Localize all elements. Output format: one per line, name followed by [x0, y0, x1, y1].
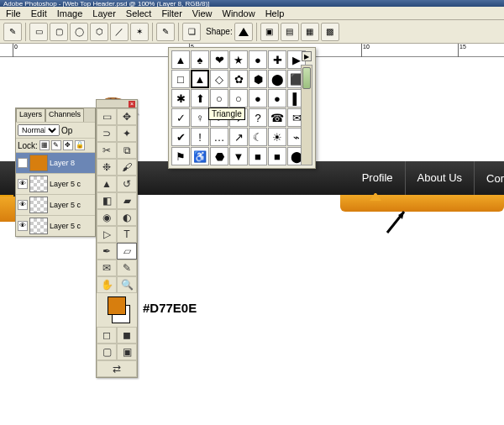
brush-tool-icon[interactable]: 🖌 — [117, 159, 137, 176]
layers-panel[interactable]: Layers Channels Normal Op Lock: ▦ ✎ ✥ 🔒 … — [15, 108, 96, 237]
shape-cell[interactable]: □ — [171, 70, 190, 88]
blend-mode-select[interactable]: Normal — [18, 124, 60, 136]
nav-about[interactable]: About Us — [406, 161, 475, 195]
opt-icon-11[interactable]: ▩ — [321, 23, 339, 41]
lock-transparent-icon[interactable]: ▦ — [39, 140, 50, 150]
flyout-menu-icon[interactable]: ▶ — [302, 51, 312, 61]
shape-cell[interactable]: ◇ — [210, 70, 228, 88]
shape-cell[interactable]: ⬤ — [268, 70, 286, 88]
shape-cell[interactable]: ○ — [210, 89, 228, 108]
lock-all-icon[interactable]: 🔒 — [75, 140, 85, 150]
eyedropper-tool-icon[interactable]: ✎ — [117, 260, 137, 276]
shape-cell[interactable]: ☎ — [268, 108, 286, 127]
shape-cell[interactable]: ✓ — [171, 108, 190, 127]
shape-cell[interactable]: ▲ — [171, 50, 190, 69]
opt-icon-1[interactable]: ▭ — [29, 23, 48, 41]
zoom-tool-icon[interactable]: 🔍 — [117, 276, 137, 293]
layer-name[interactable]: Layer 5 c — [50, 222, 93, 230]
menu-image[interactable]: Image — [53, 8, 87, 19]
scroll-thumb[interactable] — [302, 67, 311, 89]
shape-cell[interactable]: ☀ — [268, 128, 286, 146]
menu-edit[interactable]: Edit — [27, 8, 51, 19]
shape-cell[interactable]: ● — [249, 89, 267, 108]
layer-name[interactable]: Layer 5 c — [50, 201, 93, 209]
visibility-icon[interactable]: 👁 — [18, 158, 28, 168]
layer-row[interactable]: 👁 Layer 5 c — [16, 173, 95, 194]
menu-window[interactable]: Window — [218, 8, 260, 19]
shape-cell[interactable]: ■ — [249, 147, 267, 165]
tab-layers[interactable]: Layers — [16, 108, 45, 122]
custom-shape-tool-icon[interactable]: ❏ — [182, 23, 201, 41]
nav-profile[interactable]: Profile — [350, 161, 406, 195]
eraser-tool-icon[interactable]: ◧ — [97, 192, 117, 209]
close-icon[interactable]: × — [129, 101, 135, 108]
layer-row[interactable]: 👁 Layer 8 — [16, 152, 95, 173]
layer-name[interactable]: Layer 8 — [50, 159, 93, 167]
shape-cell[interactable]: ○ — [229, 89, 248, 108]
menu-select[interactable]: Select — [122, 8, 156, 19]
stamp-tool-icon[interactable]: ▲ — [97, 176, 117, 192]
shape-cell[interactable]: ❤ — [210, 50, 228, 69]
quickmask-icon[interactable]: ◻ — [97, 327, 117, 344]
shape-tool-icon[interactable]: ▱ — [117, 243, 137, 260]
menu-help[interactable]: Help — [261, 8, 289, 19]
shape-cell[interactable]: ? — [249, 108, 267, 127]
shape-cell[interactable]: ▼ — [229, 147, 248, 165]
opt-icon-3[interactable]: ◯ — [70, 23, 88, 41]
opt-icon-10[interactable]: ▦ — [301, 23, 319, 41]
pen-tool-icon[interactable]: ✒ — [97, 243, 117, 260]
move-tool-icon[interactable]: ✥ — [117, 108, 137, 125]
visibility-icon[interactable]: 👁 — [18, 200, 28, 210]
shape-cell[interactable]: ☾ — [249, 128, 267, 146]
shape-cell[interactable]: ● — [249, 50, 267, 69]
lock-move-icon[interactable]: ✥ — [63, 140, 73, 150]
opt-icon-8[interactable]: ▣ — [260, 23, 279, 41]
shape-cell[interactable]: ★ — [229, 50, 248, 69]
screenmode-2-icon[interactable]: ▣ — [117, 344, 137, 360]
shape-cell[interactable]: ⬢ — [249, 70, 267, 88]
shape-cell[interactable]: ! — [191, 128, 209, 146]
opt-icon-5[interactable]: ／ — [110, 23, 129, 41]
shape-cell[interactable]: ↗ — [229, 128, 248, 146]
tools-panel[interactable]: × ▭ ✥ ⊃ ✦ ✂ ⧉ ❉ 🖌 ▲ ↺ ◧ ▰ ◉ ◐ ▷ T ✒ ▱ ✉ … — [96, 99, 138, 378]
type-tool-icon[interactable]: T — [117, 226, 137, 243]
shape-cell[interactable]: ■ — [268, 147, 286, 165]
layer-name[interactable]: Layer 5 c — [50, 180, 93, 188]
shape-cell[interactable]: ✱ — [171, 89, 190, 108]
wand-tool-icon[interactable]: ✦ — [117, 125, 137, 142]
menu-file[interactable]: File — [2, 8, 25, 19]
opt-icon-6[interactable]: ✶ — [130, 23, 149, 41]
notes-tool-icon[interactable]: ✉ — [97, 260, 117, 276]
shape-cell[interactable]: ⬣ — [210, 147, 228, 165]
opt-icon-9[interactable]: ▤ — [281, 23, 299, 41]
shape-cell[interactable]: ✔ — [171, 128, 190, 146]
lasso-tool-icon[interactable]: ⊃ — [97, 125, 117, 142]
shape-cell[interactable]: ♠ — [191, 50, 209, 69]
menu-filter[interactable]: Filter — [157, 8, 186, 19]
opt-icon-4[interactable]: ⬡ — [90, 23, 108, 41]
screenmode-1-icon[interactable]: ▢ — [97, 344, 117, 360]
history-brush-icon[interactable]: ↺ — [117, 176, 137, 192]
shape-cell[interactable]: ✿ — [229, 70, 248, 88]
lock-paint-icon[interactable]: ✎ — [51, 140, 61, 150]
layer-row[interactable]: 👁 Layer 5 c — [16, 215, 95, 236]
shape-cell[interactable]: ● — [268, 89, 286, 108]
tab-channels[interactable]: Channels — [45, 108, 84, 122]
slice-tool-icon[interactable]: ⧉ — [117, 142, 137, 159]
crop-tool-icon[interactable]: ✂ — [97, 142, 117, 159]
blur-tool-icon[interactable]: ◉ — [97, 209, 117, 226]
scrollbar[interactable] — [301, 65, 312, 165]
marquee-tool-icon[interactable]: ▭ — [97, 108, 117, 125]
shape-preview[interactable] — [234, 23, 253, 41]
gradient-tool-icon[interactable]: ▰ — [117, 192, 137, 209]
shape-cell[interactable]: … — [210, 128, 228, 146]
shape-cell[interactable]: ♀ — [191, 108, 209, 127]
path-tool-icon[interactable]: ▷ — [97, 226, 117, 243]
dodge-tool-icon[interactable]: ◐ — [117, 209, 137, 226]
layer-row[interactable]: 👁 Layer 5 c — [16, 194, 95, 215]
jump-to-icon[interactable]: ⇄ — [97, 360, 137, 377]
quickmask-on-icon[interactable]: ◼ — [117, 327, 137, 344]
opt-icon-2[interactable]: ▢ — [50, 23, 68, 41]
visibility-icon[interactable]: 👁 — [18, 179, 28, 189]
shape-cell[interactable]: ⬆ — [191, 89, 209, 108]
